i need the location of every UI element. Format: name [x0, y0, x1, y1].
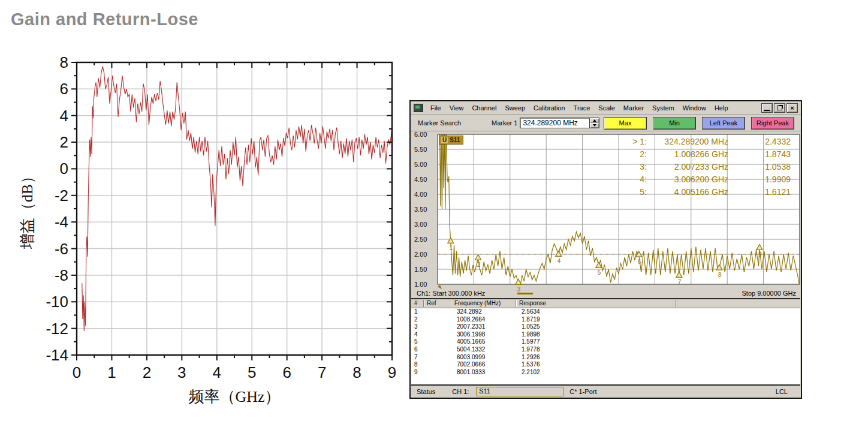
menu-system[interactable]: System: [648, 103, 679, 113]
y-tick-label: 0: [60, 160, 68, 178]
restore-button[interactable]: [774, 103, 785, 113]
svg-text:8: 8: [718, 272, 722, 278]
marker-1[interactable]: 1: [448, 237, 454, 251]
marker-search-label: Marker Search: [418, 119, 481, 127]
network-analyzer-window: FileViewChannelSweepCalibrationTraceScal…: [409, 100, 802, 399]
menu-window[interactable]: Window: [679, 103, 710, 113]
y-tick-label: -6: [55, 240, 68, 258]
close-button[interactable]: ×: [786, 103, 798, 113]
stepper-up-icon[interactable]: [590, 118, 599, 123]
status-measurement[interactable]: S11: [476, 387, 563, 396]
marker-table-body: 1324.28922.563421008.26641.871932007.233…: [411, 308, 800, 376]
y-tick-label: -8: [55, 266, 68, 284]
y-tick-label: 8: [60, 53, 68, 71]
x-tick-label: 0: [73, 363, 81, 381]
table-row[interactable]: 54005.16651.5977: [411, 338, 800, 346]
y-tick-label: -2: [55, 187, 68, 205]
gain-trace: [82, 67, 392, 331]
y-tick-label: -12: [46, 320, 68, 338]
table-row[interactable]: 21008.26641.8719: [411, 316, 800, 324]
na-scale-label: 1.50: [414, 266, 427, 273]
svg-text:1: 1: [450, 245, 453, 251]
menu-view[interactable]: View: [445, 103, 468, 113]
right-peak-button[interactable]: Right Peak: [751, 117, 794, 130]
page-title: Gain and Return-Lose: [11, 10, 198, 29]
marker-frequency-input[interactable]: 324.289200 MHz: [520, 118, 590, 128]
marker-readout-row: 2:1.008266 GHz1.8743: [619, 148, 797, 160]
marker-9[interactable]: 9: [757, 244, 762, 258]
x-tick-label: 7: [318, 363, 326, 381]
na-scale-label: 5.50: [414, 146, 427, 153]
x-tick-label: 3: [177, 363, 186, 381]
menu-items: FileViewChannelSweepCalibrationTraceScal…: [426, 103, 733, 113]
x-tick-label: 8: [352, 363, 361, 381]
gain-chart-svg: 012345678986420-2-4-6-8-10-12-14频率（GHz）增…: [17, 46, 405, 410]
app-icon: [414, 104, 423, 112]
marker-6[interactable]: 6: [636, 251, 642, 265]
status-label: Status: [417, 388, 435, 395]
menu-calibration[interactable]: Calibration: [529, 103, 569, 113]
channel-axis-line: Ch1: Start 300.000 kHz Stop 9.00000 GHz: [411, 288, 801, 298]
menu-trace[interactable]: Trace: [569, 103, 595, 113]
page: Gain and Return-Lose 012345678986420-2-4…: [0, 0, 868, 421]
marker-7[interactable]: 7: [676, 272, 682, 285]
y-tick-label: -10: [46, 293, 68, 311]
table-row[interactable]: 98001.03332.2102: [411, 369, 800, 377]
na-scale-label: 2.00: [414, 251, 427, 258]
status-calibration: C* 1-Port: [569, 388, 596, 395]
max-button[interactable]: Max: [604, 117, 647, 130]
table-row[interactable]: 1324.28922.5634: [411, 308, 800, 316]
menu-marker[interactable]: Marker: [619, 103, 648, 113]
marker-8[interactable]: 8: [716, 264, 722, 278]
left-peak-button[interactable]: Left Peak: [702, 117, 745, 130]
menu-file[interactable]: File: [426, 103, 445, 113]
table-row[interactable]: 87002.06661.5376: [411, 361, 800, 369]
y-tick-label: 6: [60, 80, 68, 98]
svg-text:2: 2: [477, 261, 481, 268]
na-scale-label: 4.50: [414, 176, 427, 183]
table-row[interactable]: 65004.13321.9778: [411, 346, 800, 354]
marker-5[interactable]: 5: [596, 262, 602, 276]
status-channel: CH 1:: [452, 388, 469, 395]
table-row[interactable]: 43006.19981.9898: [411, 331, 800, 339]
table-row[interactable]: 32007.23311.0525: [411, 323, 800, 331]
x-tick-label: 9: [388, 363, 396, 381]
minimize-button[interactable]: [761, 103, 773, 113]
y-tick-label: -4: [55, 213, 68, 231]
x-tick-label: 4: [213, 363, 221, 381]
menu-scale[interactable]: Scale: [594, 103, 619, 113]
min-button[interactable]: Min: [653, 117, 696, 130]
marker-readout-row: 4:3.006200 GHz1.9909: [619, 173, 797, 185]
marker-search-toolbar: Marker Search Marker 1 324.289200 MHz Ma…: [411, 115, 801, 131]
na-scale-label: 3.50: [414, 206, 427, 213]
marker-readout-row: 3:2.007233 GHz1.0538: [619, 160, 797, 173]
window-controls: ×: [761, 103, 799, 113]
marker-2[interactable]: 2: [475, 254, 481, 268]
na-scale-label: 1.00: [414, 281, 427, 288]
menu-help[interactable]: Help: [710, 103, 733, 113]
marker-table: # Ref Frequency (MHz) Response 1324.2892…: [411, 298, 800, 386]
y-tick-label: -14: [46, 346, 68, 364]
y-axis-title: 增益（dB）: [19, 169, 36, 249]
na-scale-label: 6.00: [414, 131, 427, 138]
table-row[interactable]: 76003.09991.2926: [411, 354, 800, 362]
marker-readout-row: 5:4.005166 GHz1.6121: [619, 185, 797, 198]
trace-status-tag[interactable]: US11: [439, 136, 463, 145]
marker-frequency-stepper: [590, 118, 599, 128]
start-frequency-label: Ch1: Start 300.000 kHz: [417, 290, 485, 297]
stepper-down-icon[interactable]: [590, 123, 599, 128]
x-tick-label: 1: [107, 363, 116, 381]
menu-sweep[interactable]: Sweep: [501, 103, 529, 113]
marker-number-label: Marker 1: [492, 119, 517, 127]
col-frequency: Frequency (MHz): [454, 300, 501, 306]
x-tick-label: 6: [282, 363, 291, 381]
status-bar: Status CH 1: S11 C* 1-Port LCL: [411, 386, 801, 398]
menu-channel[interactable]: Channel: [468, 103, 501, 113]
marker-search-buttons: MaxMinLeft PeakRight Peak: [604, 117, 794, 130]
stop-frequency-label: Stop 9.00000 GHz: [742, 290, 796, 297]
marker-table-header: # Ref Frequency (MHz) Response: [411, 299, 800, 308]
trace-hold-flag: U: [441, 137, 448, 143]
s11-plot-section: 6.005.505.004.504.003.503.002.502.001.50…: [411, 131, 801, 288]
marker-4[interactable]: 4: [556, 251, 562, 264]
x-axis-title: 频率（GHz）: [188, 388, 280, 405]
